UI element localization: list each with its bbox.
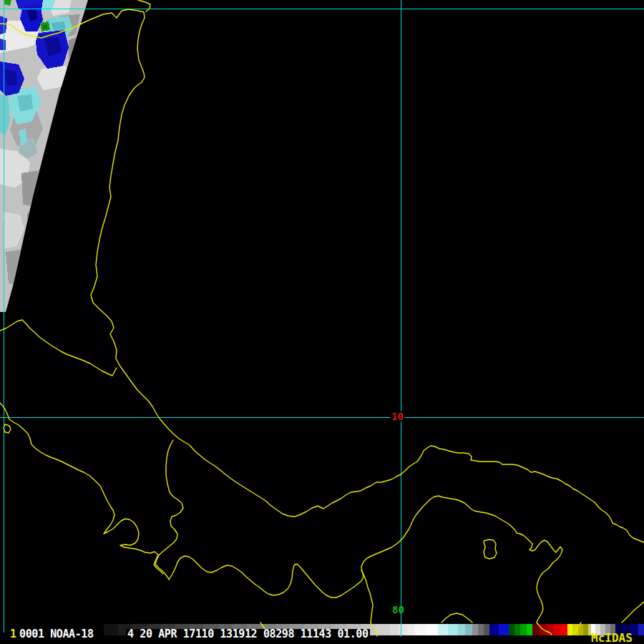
mcidas-image-window: 10 80 1 0001 NOAA-18 4 20 APR 17110 1319… [0, 0, 644, 644]
image-time-text: 4 20 APR 17110 131912 08298 11143 01.00 [126, 629, 370, 640]
image-id-text: 0001 NOAA-18 [19, 629, 94, 640]
longitude-label: 80 [392, 605, 404, 615]
latitude-label: 10 [391, 411, 404, 421]
satellite-swath [0, 0, 93, 315]
coastline-overlay [0, 0, 644, 636]
map-canvas[interactable] [0, 0, 644, 644]
mcidas-brand-label: McIDAS [591, 633, 633, 643]
frame-number: 1 [10, 629, 16, 640]
